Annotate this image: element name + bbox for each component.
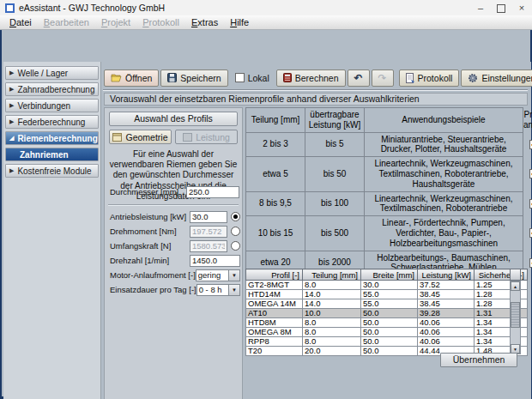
table-row[interactable]: HTD8M8.050.040.061.34	[246, 318, 528, 328]
peripheral-force-radio[interactable]	[231, 241, 240, 251]
diameter-input[interactable]	[186, 186, 239, 198]
res-header-breite[interactable]: Breite [mm]	[361, 269, 418, 281]
diameter-row: Durchmesser [mm]	[105, 185, 244, 198]
speed-input[interactable]	[190, 255, 240, 267]
floppy-disk-icon	[167, 73, 177, 82]
power-icon	[183, 133, 192, 142]
redo-icon: ↷	[378, 73, 387, 83]
sidebar-item-riemenberechnung[interactable]: ◢ Riemenberechnung	[5, 131, 99, 145]
collapsed-arrow-icon: ▶	[9, 118, 14, 125]
daily-usage-label: Einsatzdauer pro Tag [-]	[110, 285, 196, 294]
daily-usage-row: Einsatzdauer pro Tag [-] 0 - 8 h ▼	[105, 283, 244, 296]
sidebar-item-label: Riemenberechnung	[17, 134, 97, 143]
scroll-up-icon[interactable]: ▲	[511, 281, 520, 291]
sidebar-item-label: Kostenfreie Module	[17, 166, 91, 176]
torque-radio[interactable]	[231, 227, 240, 236]
sidebar-item-label: Federberechnung	[17, 118, 85, 127]
titlebar: eAssistant - GWJ Technology GmbH – ×	[0, 0, 532, 16]
show-profile-checkbox[interactable]: ✓	[529, 169, 532, 178]
speed-row: Drehzahl [1/min]	[105, 254, 244, 267]
maximize-button[interactable]	[491, 0, 511, 15]
save-button[interactable]: Speichern	[160, 70, 227, 87]
dropdown-arrow-icon[interactable]: ▼	[228, 285, 239, 295]
apply-button[interactable]: Übernehmen	[440, 353, 517, 367]
geometry-icon	[112, 133, 122, 142]
undo-icon: ↶	[354, 73, 363, 83]
sidebar-item-kostenfreie-module[interactable]: ▶ Kostenfreie Module	[5, 164, 99, 178]
profile-row: etwa 5 bis 50 Lineartechnik, Werkzeugmas…	[246, 157, 532, 191]
torque-row: Drehmoment [Nm]	[105, 225, 244, 238]
close-button[interactable]: ×	[511, 0, 532, 15]
calculator-icon	[283, 73, 292, 82]
table-row[interactable]: HTD14M14.055.038.451.28	[246, 290, 528, 299]
window-controls: – ×	[470, 0, 532, 15]
menu-hilfe[interactable]: Hilfe	[224, 17, 255, 27]
peripheral-force-row: Umfangskraft [N]	[105, 239, 244, 252]
profile-selection-button[interactable]: Auswahl des Profils	[109, 112, 238, 126]
collapsed-arrow-icon: ▶	[9, 167, 14, 174]
collapsed-arrow-icon: ▶	[9, 70, 14, 76]
profile-row: 10 bis 15 bis 500 Linear-, Fördertechnik…	[246, 216, 532, 251]
scrollbar-thumb[interactable]	[511, 302, 520, 328]
sidebar-item-label: Zahnriemen	[20, 150, 69, 160]
daily-usage-dropdown[interactable]: 0 - 8 h ▼	[196, 284, 240, 296]
toolbar-separator	[103, 89, 528, 91]
settings-button[interactable]: Einstellungen	[461, 70, 532, 87]
table-row[interactable]: OMEGA 14M14.055.038.451.28	[246, 299, 528, 309]
table-row-selected[interactable]: AT1010.050.039.281.31	[246, 309, 528, 318]
table-row[interactable]: RPP88.050.040.061.34	[246, 337, 528, 347]
result-table-scrollbar[interactable]: ▲ ▼	[510, 281, 521, 354]
geometry-button[interactable]: Geometrie	[109, 130, 172, 144]
drive-power-input[interactable]	[190, 211, 227, 223]
local-checkbox-row: Lokal	[235, 73, 269, 83]
table-row[interactable]: GT2-8MGT8.030.037.521.25	[246, 281, 528, 290]
status-infobar: Vorauswahl der einsetzbaren Riemenprofil…	[104, 93, 528, 106]
expanded-arrow-icon: ◢	[9, 135, 14, 142]
show-profile-checkbox[interactable]: ✓	[529, 199, 532, 209]
drive-power-row: Antriebsleistung [kW]	[105, 210, 244, 223]
speed-label: Drehzahl [1/min]	[110, 256, 190, 265]
collapsed-arrow-icon: ▶	[9, 102, 14, 109]
undo-button[interactable]: ↶	[348, 70, 370, 87]
document-icon	[406, 73, 414, 83]
menu-datei[interactable]: Datei	[3, 17, 38, 27]
sidebar-item-zahnradberechnung[interactable]: ▶ Zahnradberechnung	[5, 82, 99, 96]
res-header-profil[interactable]: Profil [-]	[246, 269, 303, 281]
profile-row: 2 bis 3 bis 5 Miniaturantriebe, Steueran…	[246, 132, 532, 157]
sidebar-subitem-zahnriemen[interactable]: Zahnriemen	[5, 148, 99, 161]
menu-protokoll: Protokoll	[136, 17, 185, 27]
diameter-label: Durchmesser [mm]	[110, 187, 186, 196]
col-header-leistung: übertragbare Leistung [kW]	[305, 108, 365, 133]
window-title: eAssistant - GWJ Technology GmbH	[19, 3, 165, 13]
protocol-button[interactable]: Protokoll	[399, 70, 460, 87]
sidebar-item-federberechnung[interactable]: ▶ Federberechnung	[5, 115, 99, 129]
sidebar-item-verbindungen[interactable]: ▶ Verbindungen	[5, 99, 99, 112]
drive-power-label: Antriebsleistung [kW]	[110, 212, 190, 221]
collapsed-arrow-icon: ▶	[9, 86, 14, 93]
col-header-teilung: Teilung [mm]	[246, 108, 305, 133]
gear-icon	[468, 73, 478, 83]
calculate-button[interactable]: Berechnen	[276, 70, 346, 87]
sidebar-item-label: Verbindungen	[17, 101, 70, 111]
profile-row: 8 bis 9,5 bis 100 Lineartechnik, Werkzeu…	[246, 191, 532, 216]
local-checkbox[interactable]	[235, 73, 245, 82]
drive-power-radio[interactable]	[231, 212, 240, 221]
col-header-anwendung: Anwendungsbeispiele	[365, 108, 523, 133]
peripheral-force-input	[190, 240, 227, 252]
startup-torque-label: Motor-Anlaufmoment [-]	[110, 270, 196, 280]
res-header-teilung[interactable]: Teilung [mm]	[303, 269, 361, 281]
res-header-leistung[interactable]: Leistung [kW]	[418, 269, 475, 281]
dropdown-arrow-icon[interactable]: ▼	[228, 270, 239, 281]
minimize-button[interactable]: –	[470, 0, 491, 15]
peripheral-force-label: Umfangskraft [N]	[110, 241, 190, 251]
show-profile-checkbox[interactable]: ✓	[529, 228, 532, 238]
col-header-profil-anzeigen: Profil anzeigen	[523, 108, 532, 133]
table-row[interactable]: OMEGA 8M8.050.040.061.34	[246, 328, 528, 337]
sidebar-item-welle-lager[interactable]: ▶ Welle / Lager	[5, 66, 99, 80]
menu-extras[interactable]: Extras	[185, 17, 224, 27]
startup-torque-dropdown[interactable]: gering ▼	[196, 269, 240, 281]
show-profile-checkbox[interactable]: ✓	[529, 140, 532, 149]
app-body: ▶ Welle / Lager ▶ Zahnradberechnung ▶ Ve…	[0, 30, 532, 399]
power-button: Leistung	[175, 130, 238, 144]
open-button[interactable]: Öffnen	[104, 70, 159, 87]
